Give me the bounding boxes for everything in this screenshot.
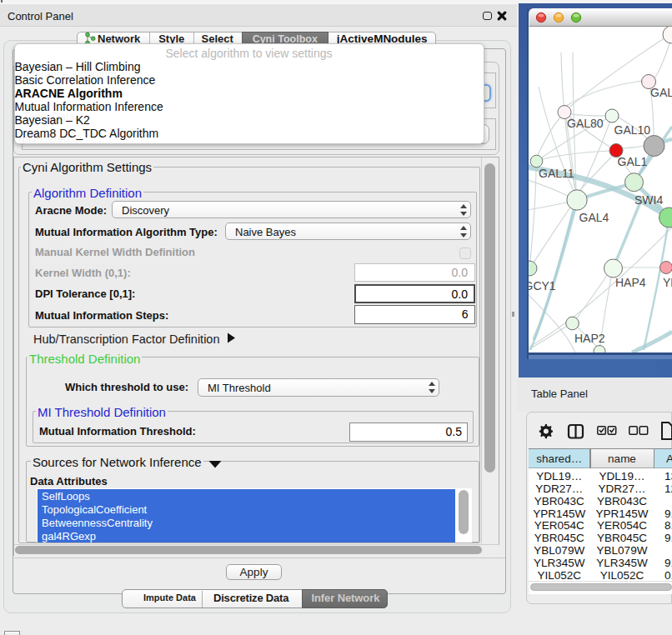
svg-text:GAL11: GAL11 — [539, 167, 574, 180]
svg-text:GAL10: GAL10 — [614, 123, 651, 137]
svg-text:YD: YD — [663, 276, 672, 289]
svg-text:HAP2: HAP2 — [574, 332, 605, 345]
svg-text:SWI4: SWI4 — [634, 193, 663, 207]
svg-text:HAP4: HAP4 — [615, 276, 646, 289]
svg-text:GCY1: GCY1 — [529, 279, 556, 292]
svg-text:GAL80: GAL80 — [567, 117, 604, 130]
svg-text:GAL1: GAL1 — [618, 155, 648, 168]
svg-text:GAL2: GAL2 — [650, 86, 672, 99]
svg-text:GAL4: GAL4 — [579, 211, 609, 224]
